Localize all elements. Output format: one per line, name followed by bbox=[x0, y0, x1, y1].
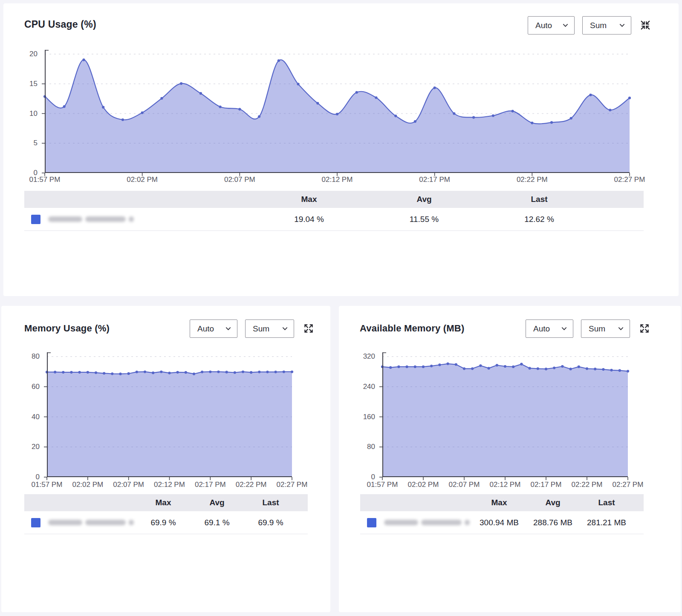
aggregation-select[interactable]: Sum bbox=[581, 320, 630, 338]
legend-header-last: Last bbox=[244, 498, 298, 507]
legend-header-row: Max Avg Last bbox=[24, 494, 308, 511]
aggregation-select[interactable]: Sum bbox=[245, 320, 294, 338]
legend-header-avg: Avg bbox=[526, 498, 580, 507]
memory-usage-panel: Memory Usage (%) Auto Sum 020406080 01:5… bbox=[1, 306, 330, 612]
y-axis-labels: 080160240320 bbox=[354, 357, 379, 477]
x-axis-labels: 01:57 PM02:02 PM02:07 PM02:12 PM02:17 PM… bbox=[29, 481, 309, 489]
legend-header-max: Max bbox=[472, 498, 526, 507]
interval-select[interactable]: Auto bbox=[190, 320, 237, 338]
chevron-down-icon bbox=[562, 22, 569, 29]
series-max-value: 69.9 % bbox=[136, 518, 190, 527]
x-axis-labels: 01:57 PM02:02 PM02:07 PM02:12 PM02:17 PM… bbox=[365, 481, 645, 489]
chevron-down-icon bbox=[618, 325, 624, 332]
legend-header-max: Max bbox=[136, 498, 190, 507]
chevron-down-icon bbox=[225, 325, 231, 332]
chart-title-available-memory: Available Memory (MB) bbox=[360, 323, 464, 334]
aggregation-select-value: Sum bbox=[589, 324, 605, 334]
cpu-usage-area-chart[interactable] bbox=[45, 54, 630, 173]
available-memory-area-chart[interactable] bbox=[382, 357, 628, 477]
y-axis-labels: 020406080 bbox=[22, 357, 44, 477]
chart-title-memory: Memory Usage (%) bbox=[24, 323, 110, 334]
series-color-swatch bbox=[31, 215, 40, 224]
interval-select-value: Auto bbox=[535, 21, 552, 30]
expand-button[interactable] bbox=[303, 323, 315, 335]
series-row[interactable]: 19.04 % 11.55 % 12.62 % bbox=[24, 208, 644, 231]
series-color-swatch bbox=[31, 518, 40, 527]
x-axis-labels: 01:57 PM02:02 PM02:07 PM02:12 PM02:17 PM… bbox=[27, 176, 647, 184]
legend-header-last: Last bbox=[580, 498, 633, 507]
collapse-button[interactable] bbox=[639, 19, 651, 31]
expand-button[interactable] bbox=[639, 323, 650, 335]
series-last-value: 69.9 % bbox=[244, 518, 298, 527]
series-name-blurred bbox=[384, 520, 470, 525]
memory-usage-area-chart[interactable] bbox=[47, 357, 292, 477]
expand-icon bbox=[303, 323, 314, 334]
chevron-down-icon bbox=[282, 325, 288, 332]
chevron-down-icon bbox=[619, 22, 625, 29]
series-max-value: 300.94 MB bbox=[472, 518, 526, 527]
chart-title-cpu: CPU Usage (%) bbox=[24, 19, 96, 30]
series-avg-value: 288.76 MB bbox=[526, 518, 580, 527]
aggregation-select-value: Sum bbox=[590, 21, 607, 30]
interval-select[interactable]: Auto bbox=[528, 16, 575, 35]
available-memory-panel: Available Memory (MB) Auto Sum 080160240… bbox=[339, 306, 681, 612]
interval-select[interactable]: Auto bbox=[526, 320, 573, 338]
legend-header-row: Max Avg Last bbox=[24, 191, 644, 208]
series-row[interactable]: 300.94 MB 288.76 MB 281.21 MB bbox=[360, 511, 644, 534]
series-avg-value: 11.55 % bbox=[367, 215, 482, 224]
series-name-blurred bbox=[48, 216, 134, 222]
legend-table: Max Avg Last 300.94 MB 288.76 MB 281.21 … bbox=[360, 494, 644, 534]
cpu-usage-panel: CPU Usage (%) Auto Sum 05101520 01:57 PM… bbox=[3, 3, 679, 296]
series-name-blurred bbox=[48, 520, 134, 525]
collapse-icon bbox=[639, 19, 651, 31]
legend-header-avg: Avg bbox=[367, 195, 482, 204]
legend-table: Max Avg Last 19.04 % 11.55 % 12.62 % bbox=[24, 191, 644, 231]
expand-icon bbox=[639, 323, 650, 334]
legend-header-avg: Avg bbox=[190, 498, 244, 507]
interval-select-value: Auto bbox=[533, 324, 550, 334]
series-row[interactable]: 69.9 % 69.1 % 69.9 % bbox=[24, 511, 308, 534]
legend-header-last: Last bbox=[482, 195, 597, 204]
aggregation-select-value: Sum bbox=[253, 324, 269, 334]
series-last-value: 12.62 % bbox=[482, 215, 597, 224]
aggregation-select[interactable]: Sum bbox=[582, 16, 631, 35]
series-avg-value: 69.1 % bbox=[190, 518, 244, 527]
legend-header-max: Max bbox=[251, 195, 367, 204]
chevron-down-icon bbox=[561, 325, 567, 332]
legend-header-row: Max Avg Last bbox=[360, 494, 644, 511]
legend-table: Max Avg Last 69.9 % 69.1 % 69.9 % bbox=[24, 494, 308, 534]
series-max-value: 19.04 % bbox=[251, 215, 367, 224]
series-last-value: 281.21 MB bbox=[580, 518, 633, 527]
series-color-swatch bbox=[367, 518, 376, 527]
y-axis-labels: 05101520 bbox=[20, 54, 42, 173]
interval-select-value: Auto bbox=[197, 324, 214, 334]
